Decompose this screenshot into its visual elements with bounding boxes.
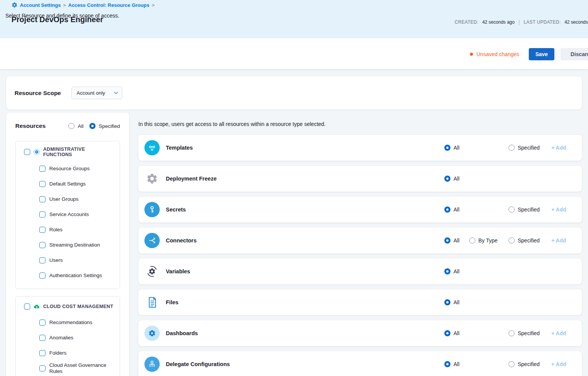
deployment-freeze-icon <box>144 171 160 186</box>
item-checkbox[interactable] <box>39 166 45 172</box>
gear-icon <box>11 2 18 8</box>
resource-rows: Templates All Specified + Add Deployment… <box>138 135 582 376</box>
resource-row-title: Dashboards <box>166 330 198 336</box>
radio-all-input[interactable] <box>444 299 450 305</box>
radio-specified[interactable]: Specified <box>509 330 551 336</box>
discard-button[interactable]: Discard <box>560 48 588 60</box>
item-checkbox[interactable] <box>39 273 45 279</box>
item-checkbox[interactable] <box>39 196 45 202</box>
cloud-cost-icon: $ <box>33 304 40 309</box>
radio-all[interactable]: All <box>444 330 469 336</box>
files-icon <box>144 295 160 310</box>
resource-scope-label: Resource Scope <box>15 90 61 97</box>
breadcrumb-account-settings[interactable]: Account Settings <box>20 2 61 8</box>
add-link[interactable]: + Add <box>551 145 582 151</box>
created-value: 42 seconds ago <box>482 19 515 25</box>
group-checkbox[interactable] <box>24 149 30 155</box>
radio-specified-input[interactable] <box>509 145 515 151</box>
radio-all-input[interactable] <box>444 361 450 367</box>
item-checkbox[interactable] <box>39 242 45 248</box>
radio-specified-input[interactable] <box>509 361 515 367</box>
resources-radio-all[interactable]: All <box>68 123 83 129</box>
radio-by-type-input[interactable] <box>469 237 475 244</box>
resource-item-resource-groups[interactable]: Resource Groups <box>21 161 115 176</box>
item-checkbox[interactable] <box>39 350 45 356</box>
radio-all[interactable]: All <box>444 176 469 182</box>
templates-icon <box>144 140 160 155</box>
item-checkbox[interactable] <box>39 181 45 187</box>
add-link[interactable]: + Add <box>551 361 582 367</box>
add-link[interactable]: + Add <box>551 330 582 336</box>
radio-specified-input[interactable] <box>509 330 515 336</box>
radio-all[interactable]: All <box>444 237 469 244</box>
resource-item-recommendations[interactable]: Recommendations <box>21 315 115 330</box>
radio-all-input[interactable] <box>444 330 450 336</box>
radio-specified-input[interactable] <box>509 207 515 213</box>
connectors-icon <box>144 233 160 248</box>
radio-specified-input[interactable] <box>89 123 96 129</box>
resource-item-users[interactable]: Users <box>21 253 115 268</box>
resources-panel: Resources All Specified ADMINISTRATIVE F… <box>6 113 129 376</box>
resources-radio-specified[interactable]: Specified <box>89 123 120 129</box>
resource-item-authentication-settings[interactable]: Authentication Settings <box>21 268 115 283</box>
breadcrumb: Account Settings > Access Control: Resou… <box>11 2 154 8</box>
resource-row-dashboards: Dashboards All Specified + Add <box>138 320 582 346</box>
resource-row-deployment-freeze: Deployment Freeze All <box>138 166 582 192</box>
radio-specified[interactable]: Specified <box>509 145 551 151</box>
radio-all-input[interactable] <box>444 207 450 213</box>
radio-specified-input[interactable] <box>509 237 515 244</box>
resource-row-templates: Templates All Specified + Add <box>138 135 582 161</box>
dashboards-icon <box>144 326 160 341</box>
resource-item-user-groups[interactable]: User Groups <box>21 192 115 207</box>
radio-all[interactable]: All <box>444 207 469 213</box>
item-checkbox[interactable] <box>39 365 45 371</box>
group-checkbox[interactable] <box>24 303 30 310</box>
resource-row-variables: Variables All <box>138 258 582 284</box>
resource-row-title: Connectors <box>166 237 197 244</box>
resource-item-service-accounts[interactable]: Service Accounts <box>21 207 115 222</box>
radio-all-input[interactable] <box>68 123 75 129</box>
resource-scope-dropdown[interactable]: Account only <box>71 87 122 99</box>
save-button[interactable]: Save <box>529 48 554 60</box>
add-link[interactable]: + Add <box>551 207 582 213</box>
radio-all[interactable]: All <box>444 145 469 151</box>
resource-scope-card: Resource Scope Account only <box>6 76 582 110</box>
radio-by-type[interactable]: By Type <box>469 237 509 244</box>
resource-item-anomalies[interactable]: Anomalies <box>21 330 115 345</box>
radio-all-input[interactable] <box>444 145 450 151</box>
group-name: CLOUD COST MANAGEMENT <box>43 304 113 309</box>
item-checkbox[interactable] <box>39 320 45 326</box>
admin-functions-icon <box>33 148 40 155</box>
resource-item-cloud-asset-governance-rules[interactable]: Cloud Asset Governance Rules <box>21 361 115 376</box>
radio-specified[interactable]: Specified <box>509 237 551 244</box>
resource-item-default-settings[interactable]: Default Settings <box>21 176 115 192</box>
resource-item-roles[interactable]: Roles <box>21 222 115 237</box>
variables-icon <box>144 264 160 279</box>
resource-row-connectors: Connectors All By Type Specified + Add <box>138 228 582 253</box>
resource-group-cloud-cost-management: $ CLOUD COST MANAGEMENT Recommendations … <box>15 296 120 376</box>
radio-all-input[interactable] <box>444 176 450 182</box>
toolbar-description: Select Resource and define its scope of … <box>5 13 119 19</box>
item-checkbox[interactable] <box>39 227 45 233</box>
radio-specified[interactable]: Specified <box>509 361 551 367</box>
item-checkbox[interactable] <box>39 335 45 341</box>
radio-all-input[interactable] <box>444 268 450 274</box>
resource-row-title: Files <box>166 299 178 305</box>
resource-item-folders[interactable]: Folders <box>21 345 115 361</box>
resource-row-delegate-configurations: Delegate Configurations All Specified + … <box>138 351 582 376</box>
radio-all[interactable]: All <box>444 361 469 367</box>
item-checkbox[interactable] <box>39 257 45 263</box>
group-name: ADMINISTRATIVE FUNCTIONS <box>43 147 115 157</box>
radio-specified[interactable]: Specified <box>509 207 551 213</box>
item-checkbox[interactable] <box>39 211 45 218</box>
unsaved-changes-badge: Unsaved changes <box>470 51 519 57</box>
radio-all[interactable]: All <box>444 299 469 305</box>
resource-item-streaming-destination[interactable]: Streaming Destination <box>21 237 115 253</box>
add-link[interactable]: + Add <box>551 237 582 244</box>
radio-all[interactable]: All <box>444 268 469 274</box>
resource-row-title: Variables <box>166 268 190 274</box>
breadcrumb-separator: > <box>63 2 66 8</box>
scope-description: In this scope, users get access to all r… <box>138 121 326 127</box>
radio-all-input[interactable] <box>444 237 450 244</box>
breadcrumb-resource-groups[interactable]: Access Control: Resource Groups <box>68 2 149 8</box>
